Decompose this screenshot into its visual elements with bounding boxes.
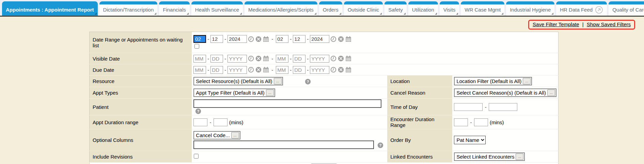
clear-icon[interactable] <box>255 36 262 42</box>
tab-orders[interactable]: Orders <box>319 1 342 16</box>
appt-types-picker[interactable]: Appt Type Filter (Default is All) ... <box>193 88 275 97</box>
resource-field: Select Resource(s) (Default is All) ... … <box>192 76 387 87</box>
clock-icon[interactable] <box>248 67 254 73</box>
link-separator: | <box>582 21 584 27</box>
date-range-separator: - <box>271 67 273 73</box>
date-range-to-day-input[interactable] <box>293 35 305 43</box>
encounter-duration-max-input[interactable] <box>474 118 488 126</box>
tab-wr-case-mgmt[interactable]: WR Case Mgmt <box>461 1 504 16</box>
help-icon[interactable]: ? <box>377 142 383 148</box>
help-icon[interactable]: ? <box>305 79 311 85</box>
tab-medications-allergies-scripts[interactable]: Medications/Allergies/Scripts <box>245 1 317 16</box>
help-icon[interactable]: ? <box>195 108 201 114</box>
tab-industrial-hygiene[interactable]: Industrial Hygiene <box>506 1 554 16</box>
tab-label: Utilization <box>412 7 434 13</box>
time-of-day-from-input[interactable] <box>454 103 483 111</box>
date-range-from-day-input[interactable] <box>210 35 223 43</box>
tab-label: Appointments : Appointment Report <box>6 7 94 13</box>
order-by-select[interactable]: Pat Name <box>454 136 486 144</box>
date-range-from-month-input[interactable] <box>193 35 206 43</box>
tab-utilization[interactable]: Utilization <box>408 1 438 16</box>
visible-date-from-month-input[interactable] <box>193 55 206 63</box>
clock-icon[interactable] <box>330 36 336 42</box>
external-link-icon <box>595 6 603 14</box>
due-date-to-month-input[interactable] <box>276 66 288 74</box>
optional-columns-picker[interactable]: Cancel Code... ... <box>193 131 240 140</box>
linked-encounters-label: Linked Encounters <box>387 151 452 163</box>
encounter-duration-min-input[interactable] <box>454 118 468 126</box>
encounter-duration-label: Encounter Duration Range <box>387 115 452 129</box>
tab-appointments-appointment-report[interactable]: Appointments : Appointment Report <box>2 1 98 16</box>
visible-date-from-day-input[interactable] <box>210 55 223 63</box>
due-date-from-year-input[interactable] <box>227 66 247 74</box>
calendar-icon[interactable] <box>263 67 269 73</box>
tab-hr-data-feed[interactable]: HR Data Feed <box>556 1 607 16</box>
optional-columns-input[interactable] <box>193 141 374 149</box>
location-picker[interactable]: Location Filter (Default is All) ... <box>454 77 532 85</box>
location-field: Location Filter (Default is All) ... <box>452 76 558 87</box>
duration-row: Appt Duration range - (mins) Encounter D… <box>90 115 559 129</box>
clear-icon[interactable] <box>338 55 344 62</box>
save-filter-template-link[interactable]: Save Filter Template <box>533 21 579 27</box>
include-revisions-checkbox[interactable] <box>194 154 199 159</box>
cancel-reason-picker[interactable]: Select Cancel Reason(s) (Default is All)… <box>454 88 556 97</box>
date-range-to-year-input[interactable] <box>310 35 329 43</box>
time-of-day-to-input[interactable] <box>489 103 517 111</box>
patient-input[interactable] <box>193 99 381 108</box>
waiting-list-checkbox[interactable] <box>194 44 199 49</box>
visible-date-to-year-input[interactable] <box>310 55 329 63</box>
clear-icon[interactable] <box>255 55 262 62</box>
clear-icon[interactable] <box>338 36 344 42</box>
appt-types-more-button[interactable]: ... <box>266 89 274 96</box>
date-range-from-year-input[interactable] <box>227 35 247 43</box>
date-range-to-month-input[interactable] <box>276 35 288 43</box>
optional-columns-more-button[interactable]: ... <box>231 132 239 138</box>
clear-icon[interactable] <box>338 67 344 73</box>
calendar-icon[interactable] <box>263 55 269 62</box>
linked-encounters-picker[interactable]: Select Linked Encounters ... <box>454 152 525 161</box>
tab-health-surveillance[interactable]: Health Surveillance <box>191 1 243 16</box>
appt-duration-min-input[interactable] <box>193 118 207 126</box>
resource-more-button[interactable]: ... <box>274 78 282 84</box>
tab-financials[interactable]: Financials <box>159 1 190 16</box>
due-date-label: Due Date <box>90 64 192 76</box>
resource-picker[interactable]: Select Resource(s) (Default is All) ... <box>193 77 283 85</box>
clock-icon[interactable] <box>248 55 254 62</box>
clear-icon[interactable] <box>255 67 262 73</box>
visible-date-from-year-input[interactable] <box>227 55 247 63</box>
due-date-to-year-input[interactable] <box>310 66 329 74</box>
appt-duration-units: (mins) <box>229 119 244 125</box>
cancel-reason-more-button[interactable]: ... <box>547 89 555 96</box>
calendar-icon[interactable] <box>345 67 351 73</box>
calendar-icon[interactable] <box>345 36 351 42</box>
location-more-button[interactable]: ... <box>523 78 531 84</box>
due-date-from-day-input[interactable] <box>210 66 223 74</box>
tab-safety[interactable]: Safety <box>384 1 407 16</box>
calendar-icon[interactable] <box>263 36 269 42</box>
date-part-separator: - <box>307 56 309 62</box>
tab-label: Medications/Allergies/Scripts <box>248 7 314 13</box>
date-range-row: Date Range or Appointments on waiting li… <box>90 32 559 53</box>
date-part-separator: - <box>290 56 292 62</box>
tab-outside-clinic[interactable]: Outside Clinic <box>344 1 383 16</box>
tab-dictation-transcription[interactable]: Dictation/Transcription <box>99 1 158 16</box>
clock-icon[interactable] <box>248 36 254 42</box>
due-date-from-month-input[interactable] <box>193 66 206 74</box>
linked-encounters-more-button[interactable]: ... <box>516 153 523 160</box>
date-part-separator: - <box>307 67 309 73</box>
due-date-to-day-input[interactable] <box>293 66 305 74</box>
appt-duration-max-input[interactable] <box>214 118 227 126</box>
clock-icon[interactable] <box>330 67 336 73</box>
calendar-icon[interactable] <box>345 55 351 62</box>
show-saved-filters-link[interactable]: Show Saved Filters <box>587 21 631 27</box>
tab-label: Financials <box>163 7 186 13</box>
tab-quality-of-care[interactable]: Quality of Care <box>609 1 644 16</box>
appt-types-field: Appt Type Filter (Default is All) ... <box>192 87 387 99</box>
date-part-separator: - <box>290 67 292 73</box>
location-picker-value: Location Filter (Default is All) <box>456 78 521 84</box>
optional-columns-label: Optional Columns <box>90 129 192 151</box>
visible-date-to-day-input[interactable] <box>293 55 305 63</box>
clock-icon[interactable] <box>330 55 336 62</box>
visible-date-to-month-input[interactable] <box>276 55 288 63</box>
tab-visits[interactable]: Visits <box>440 1 459 16</box>
